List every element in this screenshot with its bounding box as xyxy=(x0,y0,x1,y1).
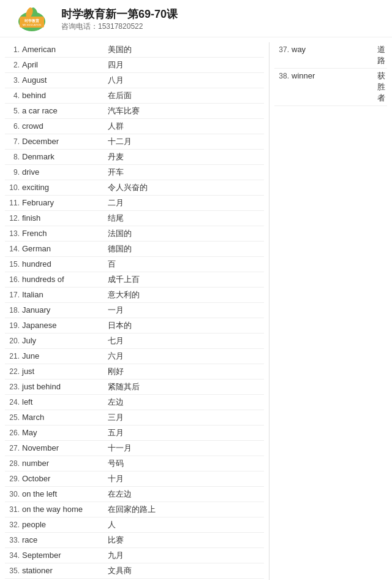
item-meaning: 号码 xyxy=(108,458,124,469)
item-meaning: 二月 xyxy=(108,197,124,208)
logo: 时学教育 ME EDUCATION xyxy=(10,6,54,33)
item-meaning: 刚好 xyxy=(108,366,124,377)
item-word: number xyxy=(22,459,108,468)
item-word: exciting xyxy=(22,183,108,192)
item-meaning: 道路 xyxy=(377,44,387,66)
item-meaning: 意大利的 xyxy=(108,289,140,300)
item-word: Denmark xyxy=(22,152,108,161)
list-item: 25. March 三月 xyxy=(5,410,264,425)
item-word: just behind xyxy=(22,382,108,391)
item-number: 7. xyxy=(5,137,22,146)
item-number: 18. xyxy=(5,306,22,315)
item-meaning: 紧随其后 xyxy=(108,381,140,392)
item-number: 1. xyxy=(5,45,22,54)
item-word: race xyxy=(22,535,108,544)
item-word: May xyxy=(22,428,108,437)
item-number: 11. xyxy=(5,199,22,207)
item-number: 16. xyxy=(5,275,22,284)
item-meaning: 丹麦 xyxy=(108,151,124,162)
list-item: 6. crowd 人群 xyxy=(5,119,264,134)
contact-label: 咨询电话： xyxy=(61,22,98,31)
list-item: 34. September 九月 xyxy=(5,548,264,563)
item-number: 29. xyxy=(5,475,22,483)
list-item: 12. finish 结尾 xyxy=(5,211,264,226)
item-word: hundred xyxy=(22,259,108,269)
list-item: 19. Japanese 日本的 xyxy=(5,318,264,334)
item-word: Japanese xyxy=(22,321,108,330)
item-word: Italian xyxy=(22,290,108,299)
item-word: French xyxy=(22,229,108,238)
item-meaning: 获胜者 xyxy=(377,71,387,104)
item-number: 3. xyxy=(5,76,22,85)
item-word: November xyxy=(22,443,108,452)
list-item: 31. on the way home 在回家的路上 xyxy=(5,502,264,517)
svg-text:ME EDUCATION: ME EDUCATION xyxy=(23,23,41,26)
item-meaning: 一月 xyxy=(108,305,124,316)
list-item: 20. July 七月 xyxy=(5,334,264,349)
list-item: 21. June 六月 xyxy=(5,349,264,364)
item-number: 35. xyxy=(5,567,22,575)
item-word: a car race xyxy=(22,106,108,115)
item-number: 33. xyxy=(5,536,22,544)
list-item: 17. Italian 意大利的 xyxy=(5,288,264,303)
list-item: 37. way 道路 xyxy=(274,42,387,69)
item-number: 9. xyxy=(5,168,22,177)
list-item: 2. April 四月 xyxy=(5,58,264,73)
item-number: 17. xyxy=(5,291,22,299)
item-meaning: 结尾 xyxy=(108,213,124,224)
item-word: December xyxy=(22,137,108,146)
item-number: 8. xyxy=(5,153,22,161)
item-meaning: 八月 xyxy=(108,75,124,86)
item-word: June xyxy=(22,351,108,361)
item-word: people xyxy=(22,520,108,529)
item-meaning: 令人兴奋的 xyxy=(108,182,148,193)
item-number: 6. xyxy=(5,122,22,131)
item-word: behind xyxy=(22,91,108,100)
item-number: 25. xyxy=(5,413,22,422)
item-word: hundreds of xyxy=(22,275,108,284)
item-meaning: 九月 xyxy=(108,550,124,561)
item-word: winner xyxy=(292,71,377,80)
item-number: 20. xyxy=(5,337,22,345)
item-number: 37. xyxy=(274,45,292,54)
list-item: 5. a car race 汽车比赛 xyxy=(5,104,264,119)
svg-text:时学教育: 时学教育 xyxy=(24,18,40,23)
list-item: 7. December 十二月 xyxy=(5,134,264,150)
list-item: 35. stationer 文具商 xyxy=(5,563,264,579)
page-title: 时学教育新一第69-70课 xyxy=(61,7,178,21)
item-number: 19. xyxy=(5,321,22,330)
item-word: February xyxy=(22,198,108,207)
item-word: March xyxy=(22,413,108,422)
item-word: August xyxy=(22,75,108,85)
item-meaning: 比赛 xyxy=(108,535,124,546)
list-item: 13. French 法国的 xyxy=(5,226,264,242)
item-meaning: 左边 xyxy=(108,397,124,408)
item-number: 27. xyxy=(5,444,22,452)
item-word: on the way home xyxy=(22,505,108,514)
item-word: stationer xyxy=(22,566,108,575)
item-number: 31. xyxy=(5,505,22,514)
list-item: 29. October 十月 xyxy=(5,471,264,487)
list-item: 8. Denmark 丹麦 xyxy=(5,150,264,165)
item-word: American xyxy=(22,45,108,54)
item-number: 15. xyxy=(5,260,22,269)
item-word: on the left xyxy=(22,489,108,498)
item-word: October xyxy=(22,474,108,483)
vocab-content: 1. American 美国的 2. April 四月 3. August 八月… xyxy=(0,37,392,580)
page-header: 时学教育 ME EDUCATION 时学教育新一第69-70课 咨询电话：153… xyxy=(0,0,392,37)
list-item: 9. drive 开车 xyxy=(5,165,264,180)
item-number: 5. xyxy=(5,107,22,115)
item-number: 4. xyxy=(5,91,22,100)
item-meaning: 美国的 xyxy=(108,44,132,55)
list-item: 15. hundred 百 xyxy=(5,257,264,272)
item-meaning: 七月 xyxy=(108,335,124,346)
list-item: 26. May 五月 xyxy=(5,425,264,441)
item-meaning: 六月 xyxy=(108,351,124,362)
item-word: drive xyxy=(22,167,108,177)
list-item: 24. left 左边 xyxy=(5,395,264,410)
item-word: German xyxy=(22,244,108,253)
item-number: 24. xyxy=(5,398,22,406)
contact-info: 咨询电话：15317820522 xyxy=(61,21,178,32)
list-item: 14. German 德国的 xyxy=(5,242,264,257)
list-item: 16. hundreds of 成千上百 xyxy=(5,272,264,288)
